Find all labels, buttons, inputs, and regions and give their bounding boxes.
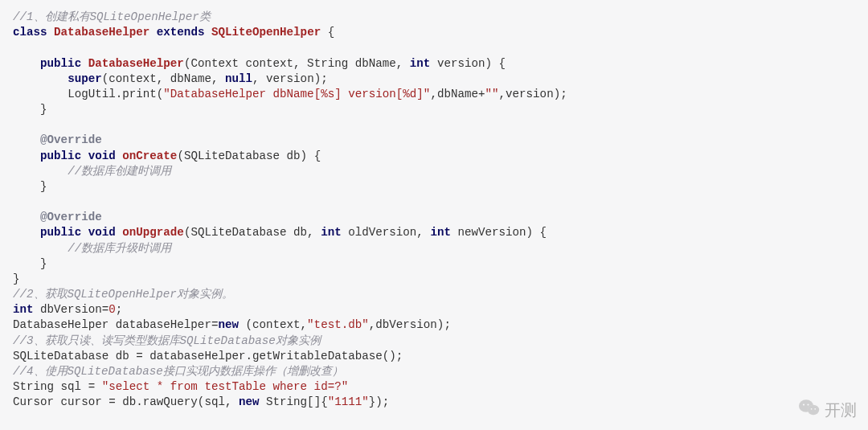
- code: (context, dbName,: [102, 72, 225, 85]
- keyword: new: [218, 318, 239, 331]
- keyword: int: [13, 303, 34, 316]
- keyword: int: [410, 57, 431, 70]
- superclass: SQLiteOpenHelper: [211, 26, 321, 39]
- params: version) {: [430, 57, 506, 70]
- code: ;: [116, 303, 123, 316]
- keyword: void: [88, 149, 116, 162]
- keyword: void: [88, 226, 116, 239]
- comment: //4、使用SQLiteDatabase接口实现内数据库操作（增删改查）: [13, 365, 343, 378]
- class-name: DatabaseHelper: [54, 26, 149, 39]
- params: oldVersion,: [342, 226, 431, 239]
- params: (Context context, String dbName,: [184, 57, 410, 70]
- code: DatabaseHelper databaseHelper=: [13, 318, 218, 331]
- annotation: @Override: [40, 133, 102, 146]
- brace: {: [321, 26, 334, 39]
- code: ,dbVersion);: [369, 318, 451, 331]
- annotation: @Override: [40, 211, 102, 223]
- code: SQLiteDatabase db = databaseHelper.getWr…: [13, 350, 403, 362]
- keyword: public: [40, 149, 81, 162]
- comment: //2、获取SQLiteOpenHelper对象实例。: [13, 288, 233, 301]
- code: ,version);: [499, 88, 567, 100]
- brace: }: [13, 272, 20, 285]
- keyword: super: [68, 72, 102, 85]
- keyword: int: [430, 226, 451, 239]
- brace: }: [40, 180, 47, 193]
- comment: //数据库升级时调用: [68, 242, 171, 255]
- string: "test.db": [307, 318, 369, 331]
- keyword: class: [13, 26, 47, 39]
- code: LogUtil.print(: [68, 88, 163, 100]
- params: (SQLiteDatabase db,: [184, 226, 321, 239]
- code: (context,: [239, 318, 307, 331]
- code: String sql =: [13, 380, 102, 393]
- code: dbVersion=: [34, 303, 109, 316]
- keyword: extends: [157, 26, 205, 39]
- comment: //3、获取只读、读写类型数据库SQLiteDatabase对象实例: [13, 334, 321, 347]
- brace: }: [40, 257, 47, 270]
- number: 0: [108, 303, 116, 316]
- method-name: onCreate: [122, 149, 177, 162]
- params: newVersion) {: [451, 226, 547, 239]
- params: (SQLiteDatabase db) {: [177, 149, 321, 162]
- string: "": [485, 88, 499, 100]
- keyword: int: [321, 226, 342, 239]
- keyword: public: [40, 226, 81, 239]
- code: ,dbName+: [430, 88, 485, 100]
- code-block: //1、创建私有SQLiteOpenHelper类 class Database…: [0, 0, 868, 421]
- keyword: null: [225, 72, 252, 85]
- string: "select * from testTable where id=?": [102, 380, 349, 393]
- keyword: public: [40, 57, 81, 70]
- comment: //1、创建私有SQLiteOpenHelper类: [13, 10, 211, 23]
- code: , version);: [252, 72, 328, 85]
- comment: //数据库创建时调用: [68, 165, 171, 178]
- constructor-name: DatabaseHelper: [88, 57, 184, 70]
- method-name: onUpgrade: [122, 226, 184, 239]
- brace: }: [40, 103, 47, 116]
- string: "DatabaseHelper dbName[%s] version[%d]": [163, 88, 430, 100]
